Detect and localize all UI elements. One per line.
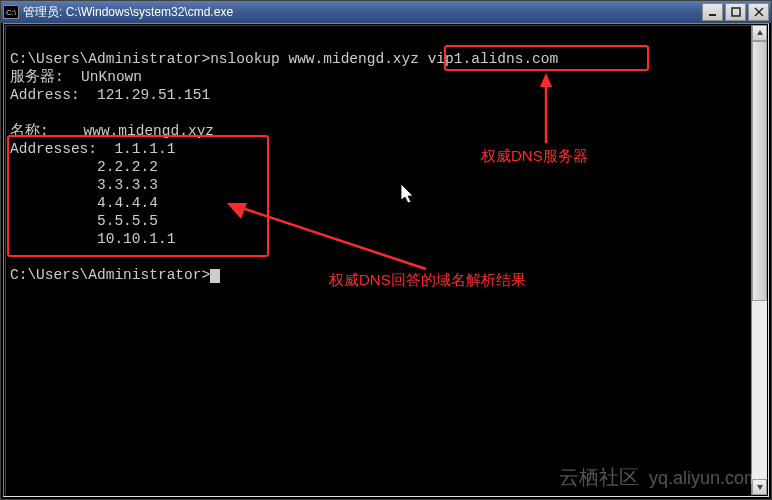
watermark: 云栖社区 yq.aliyun.com [559, 464, 759, 491]
watermark-cn: 云栖社区 [559, 464, 639, 491]
svg-marker-4 [757, 30, 763, 35]
prompt-line: C:\Users\Administrator> [10, 267, 220, 283]
vertical-scrollbar[interactable] [751, 25, 767, 495]
svg-rect-1 [732, 8, 740, 16]
name-line: 名称: www.midengd.xyz [10, 123, 214, 139]
addresses-line-3: 3.3.3.3 [10, 177, 158, 193]
watermark-en: yq.aliyun.com [649, 468, 759, 489]
scroll-thumb[interactable] [752, 41, 767, 301]
maximize-button[interactable] [725, 3, 746, 21]
minimize-button[interactable] [702, 3, 723, 21]
console-output[interactable]: C:\Users\Administrator>nslookup www.mide… [5, 25, 750, 495]
cmd-window: C:\ 管理员: C:\Windows\system32\cmd.exe C:\… [0, 0, 772, 500]
address-line: Address: 121.29.51.151 [10, 87, 210, 103]
titlebar[interactable]: C:\ 管理员: C:\Windows\system32\cmd.exe [1, 1, 771, 23]
cmd-icon: C:\ [3, 5, 19, 19]
window-controls [702, 3, 769, 21]
close-button[interactable] [748, 3, 769, 21]
addresses-line-2: 2.2.2.2 [10, 159, 158, 175]
nslookup-command-line: C:\Users\Administrator>nslookup www.mide… [10, 51, 558, 67]
console-frame: C:\Users\Administrator>nslookup www.mide… [3, 23, 769, 497]
scroll-up-button[interactable] [752, 25, 767, 41]
addresses-line-6: 10.10.1.1 [10, 231, 175, 247]
addresses-line-5: 5.5.5.5 [10, 213, 158, 229]
window-title: 管理员: C:\Windows\system32\cmd.exe [23, 4, 702, 21]
cursor-block [210, 269, 220, 283]
addresses-line-4: 4.4.4.4 [10, 195, 158, 211]
addresses-line-1: Addresses: 1.1.1.1 [10, 141, 175, 157]
server-line: 服务器: UnKnown [10, 69, 142, 85]
